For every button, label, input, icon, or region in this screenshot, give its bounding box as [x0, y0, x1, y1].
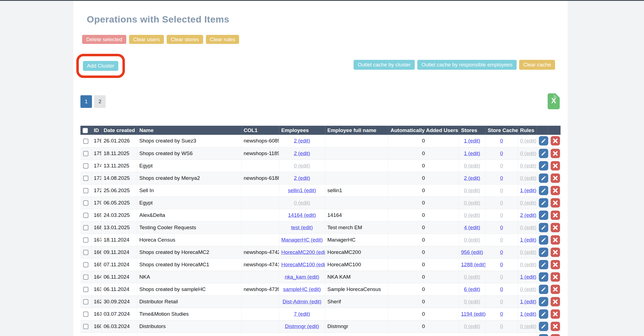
delete-row-button[interactable] [551, 309, 560, 319]
store-cache-link[interactable]: 0 [500, 187, 503, 193]
store-cache-link[interactable]: 0 [500, 200, 503, 206]
delete-row-button[interactable] [551, 223, 560, 232]
delete-row-button[interactable] [551, 186, 560, 195]
store-cache-link[interactable]: 0 [500, 237, 503, 243]
rules-link[interactable]: 0 (edit) [520, 249, 536, 255]
employees-link[interactable]: Distmngr (edit) [285, 323, 319, 329]
rules-link[interactable]: 0 (edit) [520, 150, 536, 156]
edit-row-button[interactable] [539, 173, 548, 183]
stores-link[interactable]: 0 (edit) [464, 274, 480, 280]
rules-link[interactable]: 0 (edit) [520, 286, 536, 292]
stores-link[interactable]: 0 (edit) [464, 200, 480, 206]
delete-row-button[interactable] [551, 211, 560, 220]
edit-row-button[interactable] [539, 334, 548, 336]
clear-stores-button[interactable]: Clear stores [167, 35, 203, 44]
row-checkbox[interactable] [83, 225, 88, 230]
stores-link[interactable]: 0 (edit) [464, 163, 480, 169]
outlet-cache-by-responsible-employees-button[interactable]: Outlet cache by responsible employees [417, 60, 517, 70]
store-cache-link[interactable]: 0 [500, 299, 503, 304]
row-checkbox[interactable] [83, 200, 88, 206]
delete-row-button[interactable] [551, 235, 560, 245]
row-checkbox[interactable] [83, 287, 88, 292]
stores-link[interactable]: 0 (edit) [464, 323, 480, 329]
row-checkbox[interactable] [83, 213, 88, 218]
stores-link[interactable]: 6 (edit) [464, 286, 480, 292]
employees-link[interactable]: sellin1 (edit) [288, 187, 316, 193]
edit-row-button[interactable] [539, 136, 548, 145]
stores-link[interactable]: 1 (edit) [464, 138, 480, 144]
employees-link[interactable]: 0 (edit) [294, 200, 310, 206]
stores-link[interactable]: 0 (edit) [464, 187, 480, 193]
rules-link[interactable]: 0 (edit) [520, 200, 536, 206]
edit-row-button[interactable] [539, 285, 548, 294]
employees-link[interactable]: Dist-Admin (edit) [282, 299, 321, 304]
row-checkbox[interactable] [83, 188, 88, 193]
row-checkbox[interactable] [83, 312, 88, 317]
store-cache-link[interactable]: 0 [500, 249, 503, 255]
rules-link[interactable]: 1 (edit) [520, 274, 536, 280]
rules-link[interactable]: 0 (edit) [520, 323, 536, 329]
row-checkbox[interactable] [83, 262, 88, 267]
edit-row-button[interactable] [539, 149, 548, 158]
delete-row-button[interactable] [551, 334, 560, 336]
edit-row-button[interactable] [539, 223, 548, 232]
store-cache-link[interactable]: 0 [500, 212, 503, 218]
employees-link[interactable]: 0 (edit) [294, 163, 310, 169]
stores-link[interactable]: 1194 (edit) [461, 311, 486, 317]
row-checkbox[interactable] [83, 176, 88, 181]
rules-link[interactable]: 0 (edit) [520, 262, 536, 267]
edit-row-button[interactable] [539, 272, 548, 282]
add-cluster-button[interactable]: Add Cluster [83, 61, 118, 71]
edit-row-button[interactable] [539, 322, 548, 331]
stores-link[interactable]: 1 (edit) [464, 150, 480, 156]
employees-link[interactable]: 14164 (edit) [288, 212, 316, 218]
edit-row-button[interactable] [539, 198, 548, 208]
row-checkbox[interactable] [83, 163, 88, 169]
employees-link[interactable]: 2 (edit) [294, 175, 310, 181]
delete-row-button[interactable] [551, 322, 560, 331]
store-cache-link[interactable]: 0 [500, 150, 503, 156]
delete-row-button[interactable] [551, 136, 560, 145]
store-cache-link[interactable]: 0 [500, 286, 503, 292]
row-checkbox[interactable] [83, 151, 88, 156]
row-checkbox[interactable] [83, 237, 88, 243]
delete-row-button[interactable] [551, 161, 560, 170]
stores-link[interactable]: 0 (edit) [464, 299, 480, 304]
page-button-1[interactable]: 1 [80, 95, 92, 108]
row-checkbox[interactable] [83, 250, 88, 255]
row-checkbox[interactable] [83, 324, 88, 329]
clear-cache-button[interactable]: Clear cache [519, 60, 555, 70]
edit-row-button[interactable] [539, 297, 548, 306]
delete-row-button[interactable] [551, 297, 560, 306]
row-checkbox[interactable] [83, 299, 88, 304]
store-cache-link[interactable]: 0 [500, 163, 503, 169]
edit-row-button[interactable] [539, 211, 548, 220]
delete-selected-button[interactable]: Delete selected [82, 35, 126, 44]
rules-link[interactable]: 0 (edit) [520, 225, 536, 230]
row-checkbox[interactable] [83, 275, 88, 280]
rules-link[interactable]: 1 (edit) [520, 311, 536, 317]
rules-link[interactable]: 1 (edit) [520, 299, 536, 304]
delete-row-button[interactable] [551, 260, 560, 269]
edit-row-button[interactable] [539, 186, 548, 195]
delete-row-button[interactable] [551, 149, 560, 158]
employees-link[interactable]: test (edit) [291, 225, 313, 230]
employees-link[interactable]: 2 (edit) [294, 138, 310, 144]
rules-link[interactable]: 2 (edit) [520, 212, 536, 218]
outlet-cache-by-cluster-button[interactable]: Outlet cache by cluster [354, 60, 415, 70]
delete-row-button[interactable] [551, 285, 560, 294]
store-cache-link[interactable]: 0 [500, 311, 503, 317]
row-checkbox[interactable] [83, 139, 88, 144]
store-cache-link[interactable]: 0 [500, 323, 503, 329]
edit-row-button[interactable] [539, 235, 548, 245]
store-cache-link[interactable]: 0 [500, 225, 503, 230]
rules-link[interactable]: 1 (edit) [520, 237, 536, 243]
employees-link[interactable]: nka_kam (edit) [285, 274, 319, 280]
delete-row-button[interactable] [551, 272, 560, 282]
stores-link[interactable]: 0 (edit) [464, 212, 480, 218]
employees-link[interactable]: 2 (edit) [294, 150, 310, 156]
store-cache-link[interactable]: 0 [500, 138, 503, 144]
rules-link[interactable]: 0 (edit) [520, 175, 536, 181]
select-all-checkbox[interactable] [83, 128, 88, 133]
delete-row-button[interactable] [551, 248, 560, 257]
